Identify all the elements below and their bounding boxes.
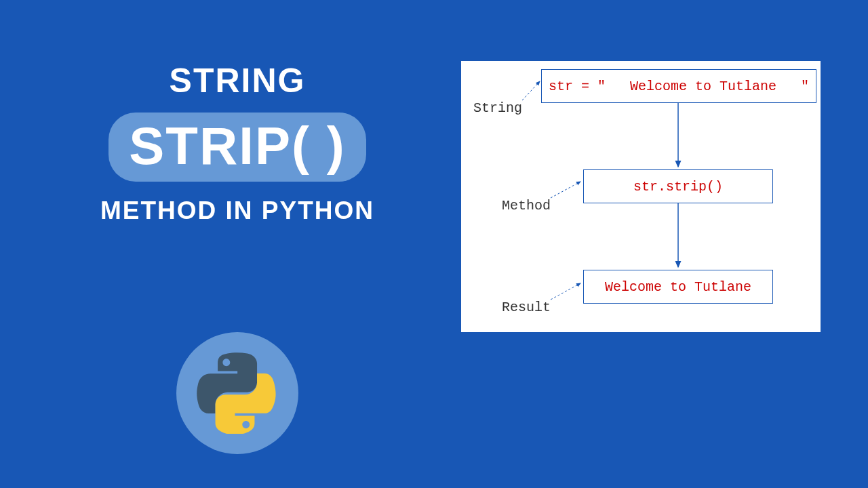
- svg-line-2: [522, 81, 540, 100]
- result-label: Result: [502, 300, 551, 315]
- title-pill: STRIP( ): [108, 113, 366, 182]
- python-logo-badge: [176, 332, 298, 454]
- title-block: STRING STRIP( ) METHOD IN PYTHON: [68, 61, 407, 225]
- title-main: STRIP( ): [129, 119, 345, 172]
- diagram-panel: str = " Welcome to Tutlane " str.strip()…: [461, 61, 821, 332]
- svg-line-3: [551, 182, 580, 198]
- method-label: Method: [502, 198, 551, 214]
- string-label: String: [473, 100, 522, 116]
- title-top: STRING: [68, 61, 407, 100]
- string-box: str = " Welcome to Tutlane ": [541, 69, 816, 103]
- python-logo-icon: [197, 352, 278, 434]
- method-box: str.strip(): [583, 169, 773, 203]
- svg-line-4: [551, 283, 580, 300]
- title-bottom: METHOD IN PYTHON: [68, 197, 407, 225]
- result-box: Welcome to Tutlane: [583, 270, 773, 304]
